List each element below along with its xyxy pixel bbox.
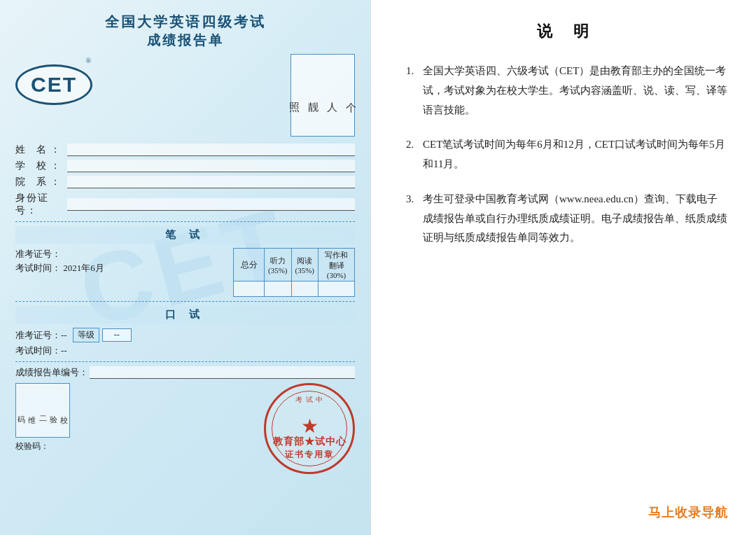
exam-time-row: 考试时间： 2021年6月	[15, 262, 233, 275]
instruction-item-2: 2. CET笔试考试时间为每年6月和12月，CET口试考试时间为每年5月和11月…	[406, 135, 728, 174]
seal-top-text: 考 试 中	[295, 395, 323, 405]
cert-content: 全国大学英语四级考试 成绩报告单 ® CET 个人靓照 姓 名： 学 校：	[15, 13, 355, 474]
seal-sub-text: 证书专用章	[285, 449, 334, 461]
cet-logo-text: CET	[31, 73, 77, 97]
divider-1	[15, 221, 355, 222]
id-row: 身份证号：	[15, 192, 355, 217]
exam-time-label: 考试时间：	[15, 263, 61, 273]
school-value	[67, 160, 355, 172]
cert-number-row: 成绩报告单编号：	[15, 366, 355, 379]
oral-section: 口 试 准考证号： -- 等级 -- 考试时间： --	[15, 306, 355, 357]
name-row: 姓 名：	[15, 144, 355, 156]
instruction-item-1: 1. 全国大学英语四、六级考试（CET）是由教育部主办的全国统一考试，考试对象为…	[406, 62, 728, 120]
verify-code-row: 校验码：	[15, 440, 49, 452]
cet-logo-oval: CET	[15, 64, 92, 105]
score-value-row	[234, 282, 355, 297]
verify-label: 校验二维码	[16, 410, 70, 411]
writing-value	[318, 282, 355, 297]
instructions-panel: 说 明 1. 全国大学英语四、六级考试（CET）是由教育部主办的全国统一考试，考…	[371, 0, 756, 535]
oral-time-label: 考试时间：	[15, 345, 61, 357]
id-label: 身份证号：	[15, 192, 66, 217]
cert-title-main: 全国大学英语四级考试	[15, 13, 355, 32]
instruction-num-2: 2.	[406, 135, 420, 155]
score-header-row: 总分 听力(35%) 阅读(35%) 写作和翻译(30%)	[234, 249, 355, 282]
divider-2	[15, 301, 355, 302]
seal-circle: 考 试 中 ★ 教育部★试中心 证书专用章	[264, 383, 355, 474]
info-section: 姓 名： 学 校： 院 系： 身份证号：	[15, 144, 355, 217]
name-value	[67, 144, 355, 156]
cert-bottom: 校验二维码 校验码： 考 试 中 ★ 教育部★试中心 证书专用章	[15, 383, 355, 474]
total-header: 总分	[234, 249, 265, 282]
bottom-left: 校验二维码 校验码：	[15, 383, 70, 452]
listening-value	[265, 282, 292, 297]
reading-header: 阅读(35%)	[291, 249, 318, 282]
photo-label: 个人靓照	[285, 94, 360, 97]
oral-time-row: 考试时间： --	[15, 345, 355, 357]
instruction-num-3: 3.	[406, 190, 420, 209]
name-label: 姓 名：	[15, 144, 66, 156]
written-left: 准考证号： 考试时间： 2021年6月	[15, 248, 233, 275]
department-row: 院 系：	[15, 176, 355, 188]
cert-number-label: 成绩报告单编号：	[15, 366, 88, 379]
cert-number-value	[90, 366, 355, 379]
instructions-title: 说 明	[406, 21, 728, 42]
instruction-text-2: CET笔试考试时间为每年6月和12月，CET口试考试时间为每年5月和11月。	[423, 135, 728, 174]
verify-box: 校验二维码	[15, 383, 70, 438]
listening-header: 听力(35%)	[265, 249, 292, 282]
score-table: 总分 听力(35%) 阅读(35%) 写作和翻译(30%)	[233, 248, 355, 297]
instruction-num-1: 1.	[406, 62, 420, 81]
cert-title: 全国大学英语四级考试 成绩报告单	[15, 13, 355, 50]
registered-symbol: ®	[85, 57, 91, 64]
school-row: 学 校：	[15, 160, 355, 172]
grade-value: --	[102, 328, 132, 342]
seal: 考 试 中 ★ 教育部★试中心 证书专用章	[264, 383, 355, 474]
cet-logo: ® CET	[15, 57, 92, 105]
instruction-text-3: 考生可登录中国教育考试网（www.neea.edu.cn）查询、下载电子成绩报告…	[423, 190, 728, 248]
cert-title-sub: 成绩报告单	[15, 32, 355, 50]
instruction-text-1: 全国大学英语四、六级考试（CET）是由教育部主办的全国统一考试，考试对象为在校大…	[423, 62, 728, 120]
oral-reg-row: 准考证号： -- 等级 --	[15, 328, 355, 342]
oral-section-header: 口 试	[15, 306, 355, 324]
exam-time-value: 2021年6月	[63, 263, 104, 273]
school-label: 学 校：	[15, 160, 66, 172]
written-reg-num-label: 准考证号：	[15, 249, 61, 259]
written-top: 准考证号： 考试时间： 2021年6月 总分 听力(35%) 阅读(35%) 写…	[15, 248, 355, 297]
department-value	[67, 176, 355, 188]
grade-label: 等级	[73, 328, 99, 342]
written-section: 笔 试 准考证号： 考试时间： 2021年6月 总分 听力(35%) 阅	[15, 226, 355, 297]
department-label: 院 系：	[15, 176, 66, 188]
instruction-item-3: 3. 考生可登录中国教育考试网（www.neea.edu.cn）查询、下载电子成…	[406, 190, 728, 248]
written-reg-num-row: 准考证号：	[15, 248, 233, 260]
cert-top-row: ® CET 个人靓照	[15, 54, 355, 137]
writing-header: 写作和翻译(30%)	[318, 249, 355, 282]
oral-grade-box: 等级 --	[73, 328, 132, 342]
photo-box: 个人靓照	[290, 54, 355, 137]
qr-area: 校验二维码	[15, 383, 70, 438]
seal-star-icon: ★	[301, 415, 318, 438]
divider-3	[15, 361, 355, 362]
id-value	[67, 198, 355, 211]
seal-container: 考 试 中 ★ 教育部★试中心 证书专用章	[264, 383, 355, 474]
oral-reg-label: 准考证号：	[15, 329, 61, 342]
certificate-panel: CET 全国大学英语四级考试 成绩报告单 ® CET 个人靓照 姓 名：	[0, 0, 371, 535]
written-section-header: 笔 试	[15, 226, 355, 244]
verify-code-label: 校验码：	[15, 441, 49, 451]
total-value	[234, 282, 265, 297]
footer-brand: 马上收录导航	[406, 504, 728, 521]
reading-value	[291, 282, 318, 297]
oral-time-value: --	[61, 345, 67, 356]
oral-reg-value: --	[61, 330, 67, 341]
